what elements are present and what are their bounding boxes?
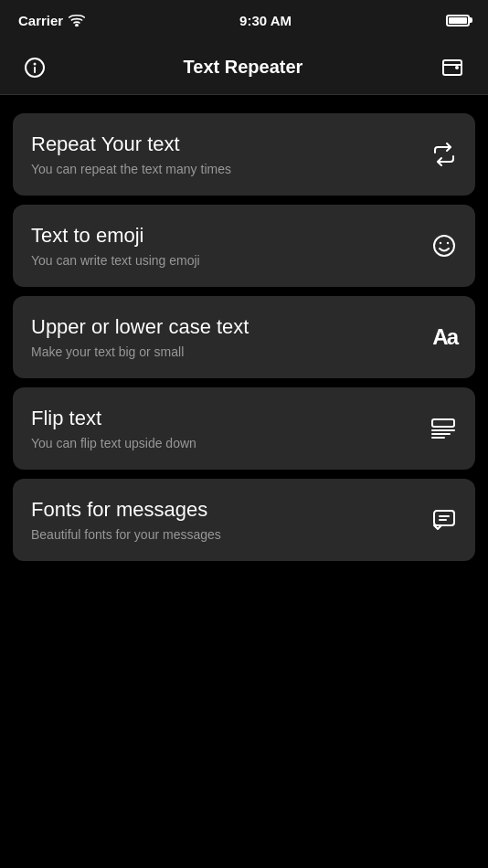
menu-item-repeat-text[interactable]: Repeat Your text You can repeat the text…: [13, 113, 475, 196]
menu-item-repeat-text-content: Repeat Your text You can repeat the text…: [31, 132, 417, 176]
flip-icon: [430, 416, 457, 441]
nav-title: Text Repeater: [184, 57, 303, 78]
menu-item-case[interactable]: Upper or lower case text Make your text …: [13, 296, 475, 378]
menu-item-fonts-content: Fonts for messages Beautiful fonts for y…: [31, 498, 417, 542]
menu-item-emoji-content: Text to emoji You can write text using e…: [31, 224, 417, 268]
menu-item-flip-text[interactable]: Flip text You can flip text upside down: [13, 387, 475, 470]
menu-item-fonts[interactable]: Fonts for messages Beautiful fonts for y…: [13, 479, 475, 561]
repeat-icon: [431, 142, 457, 167]
menu-item-emoji-subtitle: You can write text using emoji: [31, 253, 417, 268]
svg-rect-9: [432, 419, 454, 427]
battery-icon: [446, 15, 470, 26]
menu-item-flip-subtitle: You can flip text upside down: [31, 436, 415, 450]
menu-item-flip-content: Flip text You can flip text upside down: [31, 407, 415, 450]
svg-point-8: [447, 242, 449, 244]
carrier-label: Carrier: [18, 13, 63, 28]
status-time: 9:30 AM: [239, 13, 292, 28]
status-bar: Carrier 9:30 AM: [0, 0, 488, 40]
menu-item-repeat-text-title: Repeat Your text: [31, 132, 417, 156]
svg-point-7: [440, 242, 441, 244]
menu-item-fonts-title: Fonts for messages: [31, 498, 417, 522]
message-icon: [431, 507, 457, 533]
menu-item-emoji-title: Text to emoji: [31, 224, 417, 248]
menu-item-case-content: Upper or lower case text Make your text …: [31, 315, 418, 359]
menu-item-text-to-emoji[interactable]: Text to emoji You can write text using e…: [13, 205, 475, 287]
main-content: Repeat Your text You can repeat the text…: [0, 95, 488, 579]
svg-point-0: [76, 25, 78, 26]
status-left: Carrier: [18, 13, 85, 28]
info-icon: [24, 57, 46, 79]
nav-bar: Text Repeater: [0, 40, 488, 95]
emoji-icon: [431, 233, 457, 259]
info-button[interactable]: [18, 51, 51, 84]
menu-item-fonts-subtitle: Beautiful fonts for your messages: [31, 527, 417, 542]
menu-item-flip-title: Flip text: [31, 407, 415, 430]
case-icon: Aa: [432, 324, 457, 350]
status-right: [446, 15, 470, 26]
svg-point-6: [434, 236, 454, 256]
svg-rect-13: [434, 511, 454, 525]
menu-item-case-subtitle: Make your text big or small: [31, 344, 418, 359]
menu-item-repeat-text-subtitle: You can repeat the text many times: [31, 162, 417, 176]
menu-item-case-title: Upper or lower case text: [31, 315, 418, 339]
wallet-icon: [440, 56, 464, 79]
wifi-icon: [69, 14, 85, 26]
wallet-button[interactable]: [435, 50, 470, 85]
